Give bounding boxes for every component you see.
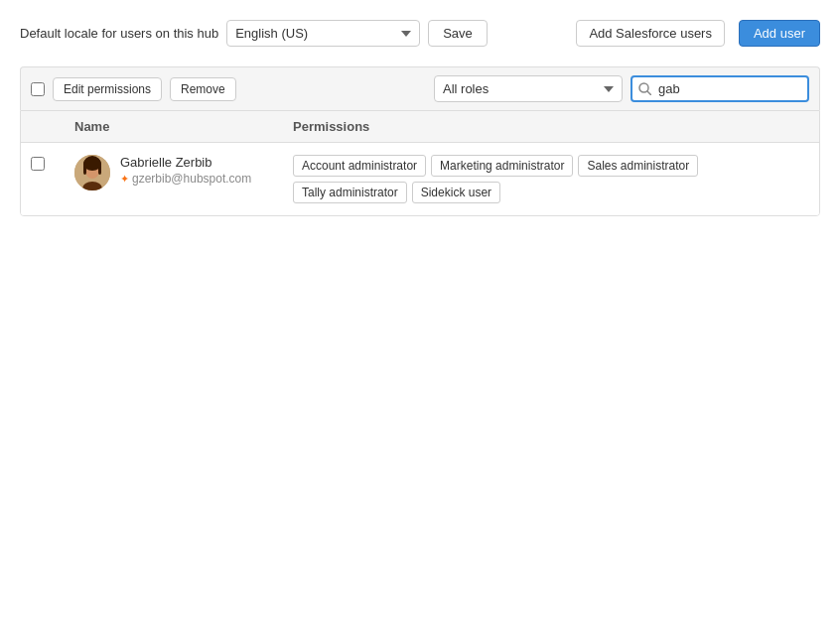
user-email-wrapper: ✦ gzerbib@hubspot.com (120, 172, 251, 186)
locale-select[interactable]: English (US) French German Spanish Portu… (226, 20, 420, 47)
permission-badge: Tally administrator (293, 182, 407, 203)
remove-button[interactable]: Remove (170, 77, 236, 101)
user-email: gzerbib@hubspot.com (132, 172, 251, 186)
column-header-permissions: Permissions (293, 119, 809, 134)
svg-point-8 (83, 157, 101, 171)
filter-bar: Edit permissions Remove All roles Accoun… (20, 66, 820, 110)
hubspot-logo-icon: ✦ (120, 173, 129, 186)
table-header: Name Permissions (21, 111, 819, 143)
user-table: Name Permissions (20, 110, 820, 216)
user-details: Gabrielle Zerbib ✦ gzerbib@hubspot.com (120, 155, 251, 186)
search-input[interactable] (630, 75, 809, 102)
user-name: Gabrielle Zerbib (120, 155, 251, 170)
permissions-list: Account administrator Marketing administ… (293, 155, 809, 203)
row-checkbox-wrapper (31, 155, 74, 171)
permission-badge: Account administrator (293, 155, 426, 177)
select-all-checkbox[interactable] (31, 82, 45, 96)
row-checkbox[interactable] (31, 157, 45, 171)
permission-badge: Sidekick user (412, 182, 500, 203)
save-button[interactable]: Save (428, 20, 488, 47)
avatar (74, 155, 110, 190)
permission-badge: Sales administrator (578, 155, 698, 177)
permission-badge: Marketing administrator (431, 155, 573, 177)
top-bar: Default locale for users on this hub Eng… (20, 20, 820, 47)
add-salesforce-users-button[interactable]: Add Salesforce users (576, 20, 725, 47)
roles-filter-select[interactable]: All roles Account administrator Marketin… (434, 75, 623, 102)
add-user-button[interactable]: Add user (739, 20, 820, 47)
user-info: Gabrielle Zerbib ✦ gzerbib@hubspot.com (74, 155, 293, 190)
locale-label: Default locale for users on this hub (20, 26, 218, 41)
column-header-name: Name (74, 119, 293, 134)
edit-permissions-button[interactable]: Edit permissions (53, 77, 162, 101)
table-row: Gabrielle Zerbib ✦ gzerbib@hubspot.com A… (21, 143, 819, 215)
search-wrapper (630, 75, 809, 102)
